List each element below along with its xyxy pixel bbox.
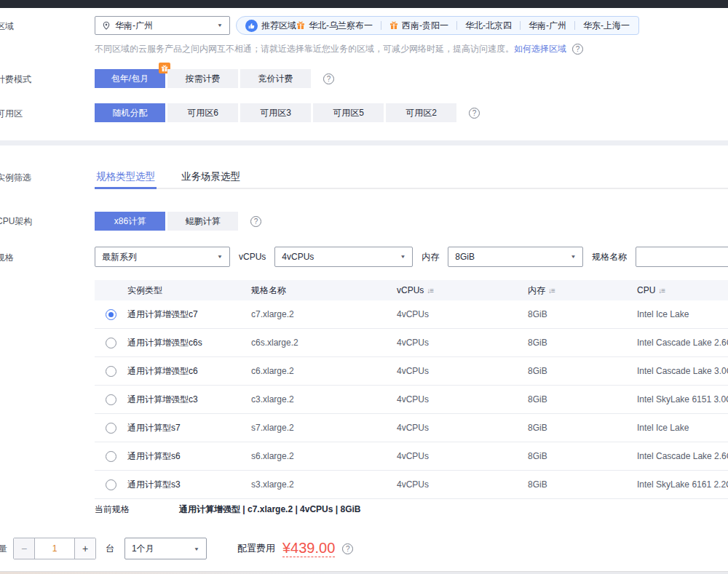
row-radio[interactable] [106,338,116,348]
col-cpu[interactable]: CPU↓≡ [637,285,728,295]
cell-type: 通用计算型s3 [127,479,251,491]
row-radio[interactable] [106,451,116,462]
location-pin-icon [102,21,111,31]
col-type: 实例类型 [127,284,251,297]
row-radio[interactable] [106,366,116,377]
duration-select-value: 1个月 [132,543,154,555]
question-icon[interactable]: ? [250,216,261,227]
quantity-label: 购买量 [0,543,7,555]
series-select[interactable]: 最新系列 ▼ [95,247,230,267]
cell-vcpus: 4vCPUs [397,309,528,319]
cell-memory: 8GiB [528,394,637,404]
spec-name-input[interactable] [636,247,728,267]
sort-icon[interactable]: ↓≡ [658,287,665,295]
unit-label: 台 [106,543,114,555]
chevron-down-icon: ▼ [194,546,199,551]
table-row[interactable]: 通用计算增强型c3 c3.xlarge.2 4vCPUs 8GiB Intel … [95,386,728,414]
cell-memory: 8GiB [528,366,637,376]
cell-vcpus: 4vCPUs [397,394,528,404]
az-option-label: 可用区6 [187,107,218,119]
fee-value: ¥439.00 [282,540,335,557]
table-row[interactable]: 通用计算增强型c6 c6.xlarge.2 4vCPUs 8GiB Intel … [95,357,728,386]
table-row[interactable]: 通用计算增强型c6s c6s.xlarge.2 4vCPUs 8GiB Inte… [95,329,728,357]
region-quickbar: 推荐区域 华北-乌兰察布一 西南-贵阳一 华北-北京四 华南-广州 [236,16,639,35]
memory-select[interactable]: 8GiB ▼ [448,247,583,267]
chevron-down-icon: ▼ [400,254,405,259]
spec-filter-row: 最新系列 ▼ vCPUs 4vCPUs ▼ 内存 8GiB ▼ 规格名称 [95,247,728,267]
cell-type: 通用计算型s7 [127,422,251,434]
quick-region-3[interactable]: 华南-广州 [529,20,566,32]
region-select[interactable]: 华南-广州 ▼ [95,16,230,35]
az-option-6[interactable]: 可用区6 [167,103,238,122]
memory-filter-label: 内存 [422,251,439,263]
quick-region-label: 华北-北京四 [465,20,512,32]
purchase-row: 购买量 − + 台 1个月 ▼ 配置费用 ¥439.00 ? [0,538,353,559]
instance-filter-label: 实例筛选 [0,172,31,184]
chevron-down-icon: ▼ [217,23,223,28]
cpu-arch-kunpeng[interactable]: 鲲鹏计算 [167,212,238,231]
az-option-label: 随机分配 [113,107,148,119]
table-row[interactable]: 通用计算增强型c7 c7.xlarge.2 4vCPUs 8GiB Intel … [95,300,728,329]
chevron-down-icon: ▼ [217,254,223,259]
az-option-5[interactable]: 可用区5 [313,103,384,122]
billing-option-spot[interactable]: 竞价计费 [240,69,311,88]
billing-option-ondemand[interactable]: 按需计费 [167,69,238,88]
row-radio[interactable] [106,423,116,434]
row-radio[interactable] [106,394,116,405]
cell-type: 通用计算型s6 [127,450,251,463]
cell-type: 通用计算增强型c6s [127,337,251,349]
current-spec-label: 当前规格 [95,503,130,516]
sort-icon[interactable]: ↓≡ [548,287,555,295]
question-icon[interactable]: ? [342,543,353,554]
col-memory-label: 内存 [528,285,545,295]
vcpus-select[interactable]: 4vCPUs ▼ [274,247,413,267]
col-name: 规格名称 [251,284,397,297]
question-icon[interactable]: ? [323,73,334,84]
table-row[interactable]: 通用计算型s7 s7.xlarge.2 4vCPUs 8GiB Intel Ic… [95,414,728,442]
cpu-arch-options: x86计算 鲲鹏计算 ? [95,212,261,231]
cell-vcpus: 4vCPUs [397,423,528,433]
col-vcpus[interactable]: vCPUs↓≡ [397,285,528,295]
quick-region-0[interactable]: 华北-乌兰察布一 [296,20,373,32]
az-option-2[interactable]: 可用区2 [386,103,456,122]
table-row[interactable]: 通用计算型s6 s6.xlarge.2 4vCPUs 8GiB Intel Ca… [95,442,728,471]
tab-business-scenario[interactable]: 业务场景选型 [180,166,242,188]
cell-name: s6.xlarge.2 [251,451,397,461]
cell-name: s7.xlarge.2 [251,423,397,433]
question-icon[interactable]: ? [572,44,583,55]
az-option-label: 可用区2 [405,107,437,119]
quick-region-4[interactable]: 华东-上海一 [583,20,630,32]
cpu-arch-x86[interactable]: x86计算 [95,212,165,231]
az-option-random[interactable]: 随机分配 [95,103,165,122]
spec-table-header: 实例类型 规格名称 vCPUs↓≡ 内存↓≡ CPU↓≡ [95,280,728,300]
quick-region-1[interactable]: 西南-贵阳一 [389,20,448,32]
gift-icon [389,21,398,30]
quick-region-label: 华东-上海一 [583,20,630,32]
recommended-regions[interactable]: 推荐区域 [245,20,296,32]
billing-option-yearly[interactable]: 包年/包月 [95,69,165,88]
table-row[interactable]: 通用计算型s3 s3.xlarge.2 4vCPUs 8GiB Intel Sk… [95,471,728,499]
question-icon[interactable]: ? [469,108,480,119]
spec-name-label: 规格名称 [592,251,627,263]
az-option-label: 可用区3 [260,107,291,119]
cell-name: c6.xlarge.2 [251,366,397,376]
az-option-3[interactable]: 可用区3 [240,103,311,122]
region-note-text: 不同区域的云服务产品之间内网互不相通；请就近选择靠近您业务的区域，可减少网络时延… [95,43,514,55]
cpu-arch-label: CPU架构 [0,215,32,228]
tab-spec-type[interactable]: 规格类型选型 [95,166,157,188]
quantity-plus-button[interactable]: + [74,538,95,559]
sort-icon[interactable]: ↓≡ [427,287,433,295]
duration-select[interactable]: 1个月 ▼ [124,538,207,559]
cpu-arch-option-label: x86计算 [114,215,146,228]
quantity-minus-button[interactable]: − [14,538,35,559]
cell-cpu: Intel Cascade Lake 2.6GHz [637,451,728,461]
az-label: 可用区 [0,108,23,120]
quick-region-2[interactable]: 华北-北京四 [465,20,512,32]
current-spec-value: 通用计算增强型 | c7.xlarge.2 | 4vCPUs | 8GiB [179,503,361,516]
row-radio[interactable] [106,309,116,320]
row-radio[interactable] [106,479,116,490]
tab-label: 业务场景选型 [181,170,240,183]
quantity-input[interactable] [35,538,74,559]
col-memory[interactable]: 内存↓≡ [528,284,637,297]
how-to-choose-region-link[interactable]: 如何选择区域 [514,43,566,55]
